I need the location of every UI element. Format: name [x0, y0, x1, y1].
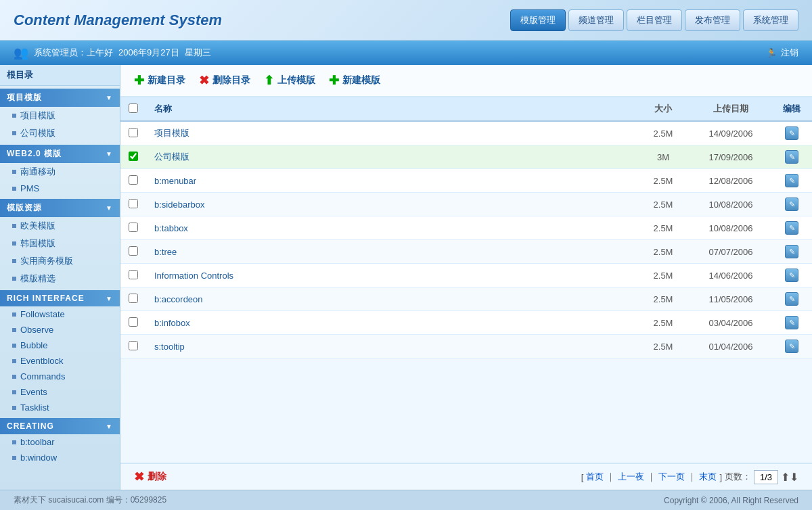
table-row: s:tooltip2.5M01/04/2006✎ — [120, 335, 812, 358]
row-edit-cell: ✎ — [771, 264, 812, 287]
sidebar-item-btoolbar[interactable]: b:toolbar — [0, 434, 120, 450]
sidebar-item-followstate[interactable]: Followstate — [0, 306, 120, 322]
sidebar: 根目录 项目模版 ▼ 项目模版 公司模版 WEB2.0 模版 ▼ 南通移动 PM… — [0, 65, 120, 490]
sidebar-item-label: Followstate — [20, 309, 65, 319]
sidebar-item-project-template[interactable]: 项目模版 — [0, 107, 120, 124]
table-row: b:sidebarbox2.5M10/08/2006✎ — [120, 193, 812, 216]
row-edit-cell: ✎ — [771, 311, 812, 335]
row-name: b:sidebarbox — [146, 193, 636, 216]
nav-btn-publish[interactable]: 发布管理 — [685, 9, 740, 31]
sidebar-item-bwindow[interactable]: b:window — [0, 450, 120, 465]
nav-btn-channel[interactable]: 频道管理 — [568, 9, 624, 31]
page-input[interactable] — [754, 470, 778, 484]
edit-icon[interactable]: ✎ — [785, 126, 798, 140]
nav-btn-column[interactable]: 栏目管理 — [627, 9, 682, 31]
sidebar-item-hanguomb[interactable]: 韩国模版 — [0, 235, 120, 252]
sidebar-item-commands[interactable]: Commands — [0, 369, 120, 384]
edit-icon[interactable]: ✎ — [785, 245, 798, 258]
sidebar-item-bubble[interactable]: Bubble — [0, 338, 120, 353]
row-size: 2.5M — [636, 335, 690, 358]
row-date: 11/05/2006 — [690, 287, 771, 311]
edit-icon[interactable]: ✎ — [785, 316, 798, 329]
sidebar-item-pms[interactable]: PMS — [0, 181, 120, 196]
row-edit-cell: ✎ — [771, 121, 812, 145]
edit-icon[interactable]: ✎ — [785, 150, 798, 164]
row-date: 17/09/2006 — [690, 145, 771, 169]
row-size: 2.5M — [636, 216, 690, 240]
sidebar-item-label: Bubble — [20, 340, 47, 350]
sidebar-section-project[interactable]: 项目模版 ▼ — [0, 89, 120, 107]
row-checkbox[interactable] — [129, 246, 138, 256]
sidebar-item-label: 项目模版 — [20, 110, 55, 122]
del-dir-label: 删除目录 — [212, 74, 250, 87]
upload-label: 上传模版 — [277, 74, 315, 87]
table-row: 项目模版2.5M14/09/2006✎ — [120, 121, 812, 145]
chevron-down-icon: ▼ — [106, 150, 113, 158]
bullet-icon — [12, 440, 16, 444]
del-dir-button[interactable]: ✖ 删除目录 — [199, 73, 250, 88]
sidebar-item-label: 南通移动 — [20, 166, 55, 178]
sidebar-item-label: 欧美模版 — [20, 220, 55, 232]
upload-button[interactable]: ⬆ 上传模版 — [264, 73, 315, 88]
table-row: b:menubar2.5M12/08/2006✎ — [120, 169, 812, 193]
bullet-icon — [12, 312, 16, 317]
row-size: 2.5M — [636, 193, 690, 216]
first-page-link[interactable]: 首页 — [586, 471, 604, 483]
row-size: 2.5M — [636, 121, 690, 145]
row-checkbox[interactable] — [129, 317, 138, 327]
delete-icon: ✖ — [199, 73, 209, 88]
row-checkbox[interactable] — [129, 270, 138, 279]
edit-icon[interactable]: ✎ — [785, 269, 798, 282]
row-checkbox[interactable] — [129, 341, 138, 350]
sidebar-section-creating[interactable]: CREATING ▼ — [0, 418, 120, 434]
sidebar-section-rich[interactable]: RICH INTERFACE ▼ — [0, 290, 120, 306]
action-toolbar: ✚ 新建目录 ✖ 删除目录 ⬆ 上传模版 ✚ 新建模版 — [120, 65, 812, 97]
sidebar-item-oumeimb[interactable]: 欧美模版 — [0, 217, 120, 235]
sidebar-item-observe[interactable]: Observe — [0, 322, 120, 338]
sidebar-item-eventblock[interactable]: Eventblock — [0, 353, 120, 369]
last-page-link[interactable]: 末页 — [699, 471, 717, 483]
nav-btn-template[interactable]: 模版管理 — [510, 9, 566, 31]
sidebar-item-label: b:window — [20, 453, 57, 463]
pagination-sep1: ｜ — [606, 471, 615, 483]
row-edit-cell: ✎ — [771, 240, 812, 264]
sidebar-item-nantong[interactable]: 南通移动 — [0, 163, 120, 181]
page-stepper[interactable]: ⬆⬇ — [781, 471, 798, 484]
sidebar-item-tasklist[interactable]: Tasklist — [0, 400, 120, 415]
edit-icon[interactable]: ✎ — [785, 292, 798, 306]
sidebar-section-resources[interactable]: 模版资源 ▼ — [0, 199, 120, 217]
logout-btn[interactable]: 🏃 注销 — [766, 47, 798, 59]
row-checkbox[interactable] — [129, 152, 138, 161]
row-name: b:accordeon — [146, 287, 636, 311]
row-checkbox-cell — [120, 335, 146, 358]
new-dir-button[interactable]: ✚ 新建目录 — [134, 73, 185, 88]
edit-icon[interactable]: ✎ — [785, 174, 798, 187]
row-checkbox[interactable] — [129, 199, 138, 208]
edit-icon[interactable]: ✎ — [785, 198, 798, 211]
sidebar-item-company-template[interactable]: 公司模版 — [0, 124, 120, 142]
bullet-icon — [12, 114, 16, 118]
row-checkbox[interactable] — [129, 223, 138, 232]
edit-icon[interactable]: ✎ — [785, 340, 798, 353]
row-name: b:tabbox — [146, 216, 636, 240]
select-all-checkbox[interactable] — [129, 103, 138, 113]
row-checkbox-cell — [120, 145, 146, 169]
sidebar-item-selected[interactable]: 模版精选 — [0, 270, 120, 287]
delete-button[interactable]: ✖ 删除 — [134, 469, 166, 484]
row-checkbox[interactable] — [129, 128, 138, 137]
footer: 素材天下 sucaisucai.com 编号：05299825 Copyrigh… — [0, 490, 812, 510]
nav-btn-system[interactable]: 系统管理 — [743, 9, 798, 31]
row-name: 项目模版 — [146, 121, 636, 145]
new-template-button[interactable]: ✚ 新建模版 — [329, 73, 380, 88]
admin-text: 系统管理员：上午好 — [34, 47, 113, 59]
bullet-icon — [12, 224, 16, 228]
sidebar-section-web2[interactable]: WEB2.0 模版 ▼ — [0, 145, 120, 163]
sidebar-section-rich-label: RICH INTERFACE — [7, 294, 85, 303]
next-page-link[interactable]: 下一页 — [658, 471, 685, 483]
row-checkbox[interactable] — [129, 175, 138, 185]
row-checkbox[interactable] — [129, 294, 138, 303]
sidebar-item-business[interactable]: 实用商务模版 — [0, 252, 120, 270]
prev-page-link[interactable]: 上一夜 — [618, 471, 644, 483]
edit-icon[interactable]: ✎ — [785, 221, 798, 235]
sidebar-item-events[interactable]: Events — [0, 384, 120, 400]
